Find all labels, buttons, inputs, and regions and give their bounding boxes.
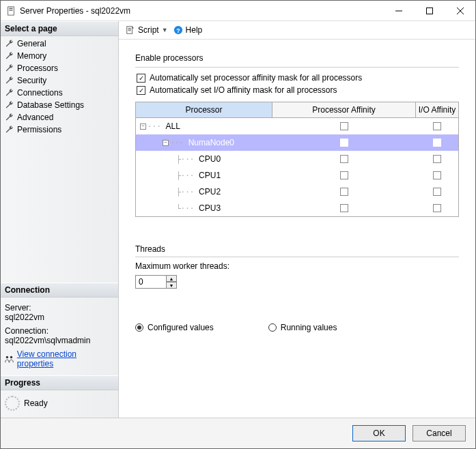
grid-row-cpu1[interactable]: ├··· CPU1 [136,167,458,184]
titlebar: Server Properties - sql2022vm [1,1,475,21]
svg-rect-9 [127,27,132,34]
page-advanced[interactable]: Advanced [1,111,118,124]
io-affinity-checkbox[interactable] [433,204,441,212]
io-affinity-checkbox[interactable] [433,188,441,196]
configured-values-radio[interactable]: Configured values [135,323,214,332]
server-properties-window: Server Properties - sql2022vm Select a p… [0,0,476,449]
io-affinity-checkbox[interactable] [433,139,441,147]
minimize-icon [395,8,402,14]
page-label: Database Settings [17,100,84,110]
page-connections[interactable]: Connections [1,87,118,99]
auto-io-affinity-checkbox[interactable]: ✓ [137,86,145,95]
proc-affinity-checkbox[interactable] [340,188,348,196]
svg-text:?: ? [176,27,180,34]
io-affinity-checkbox[interactable] [433,122,441,130]
auto-processor-affinity-row: ✓ Automatically set processor affinity m… [135,72,459,84]
close-icon [457,8,464,14]
values-radio-group: Configured values Running values [135,323,459,339]
divider [135,257,459,257]
select-page-header: Select a page [1,21,118,36]
script-label: Script [138,25,159,35]
page-label: General [17,39,46,48]
col-processor-affinity[interactable]: Processor Affinity [272,102,416,118]
page-label: Memory [17,51,46,61]
svg-rect-4 [426,8,432,14]
chevron-down-icon: ▼ [162,27,168,33]
page-label: Security [17,76,46,85]
page-label: Permissions [17,125,61,134]
row-label: ALL [166,121,180,131]
processor-grid: Processor Processor Affinity I/O Affinit… [135,102,459,217]
content-pane: Script ▼ ? Help Enable processors ✓ Auto… [119,21,475,418]
col-processor[interactable]: Processor [136,102,272,118]
wrench-icon [5,125,14,134]
io-affinity-checkbox[interactable] [433,155,441,163]
main-area: Select a page General Memory Processors … [1,21,475,418]
proc-affinity-checkbox[interactable] [340,204,348,212]
io-affinity-checkbox[interactable] [433,171,441,179]
help-label: Help [186,25,203,35]
page-label: Advanced [17,113,53,122]
wrench-icon [5,51,14,61]
cancel-button[interactable]: Cancel [412,425,466,441]
ok-label: OK [373,429,384,438]
grid-row-cpu3[interactable]: └··· CPU3 [136,200,458,216]
help-button[interactable]: ? Help [173,25,203,35]
wrench-icon [5,100,14,110]
page-security[interactable]: Security [1,74,118,87]
proc-affinity-checkbox[interactable] [340,155,348,163]
spinner-down-button[interactable]: ▼ [167,282,177,289]
progress-block: Ready [1,390,118,418]
page-memory[interactable]: Memory [1,50,118,62]
progress-header: Progress [1,375,118,390]
col-io-affinity[interactable]: I/O Affinity [416,102,458,118]
tree-collapse-icon[interactable]: − [140,124,146,130]
grid-header: Processor Processor Affinity I/O Affinit… [136,102,458,118]
script-icon [126,25,135,35]
view-connection-properties-link[interactable]: View connection properties [17,349,114,368]
max-worker-threads-input[interactable] [135,275,167,289]
cancel-label: Cancel [426,429,451,438]
spinner-up-button[interactable]: ▲ [167,275,177,282]
auto-processor-affinity-label: Automatically set processor affinity mas… [150,73,362,83]
window-controls [383,1,475,20]
maximize-button[interactable] [414,1,445,20]
divider [135,67,459,68]
max-worker-threads-spinner: ▲ ▼ [135,275,459,289]
page-permissions[interactable]: Permissions [1,124,118,136]
server-value: sql2022vm [5,313,114,322]
svg-point-8 [10,356,12,358]
close-button[interactable] [445,1,475,20]
grid-row-cpu2[interactable]: ├··· CPU2 [136,184,458,200]
proc-affinity-checkbox[interactable] [340,171,348,179]
threads-label: Threads [135,244,459,254]
auto-processor-affinity-checkbox[interactable]: ✓ [137,74,145,83]
page-general[interactable]: General [1,38,118,50]
minimize-button[interactable] [383,1,414,20]
page-processors[interactable]: Processors [1,62,118,74]
auto-io-affinity-row: ✓ Automatically set I/O affinity mask fo… [135,84,459,96]
grid-row-numa0[interactable]: − ··· NumaNode0 [136,134,458,151]
ok-button[interactable]: OK [352,425,406,441]
configured-values-label: Configured values [148,323,214,332]
page-database-settings[interactable]: Database Settings [1,99,118,111]
row-label: CPU0 [199,154,221,164]
proc-affinity-checkbox[interactable] [340,122,348,130]
script-button[interactable]: Script ▼ [126,25,168,35]
maximize-icon [426,8,433,14]
running-values-label: Running values [281,323,337,332]
svg-rect-1 [9,8,12,8]
progress-spinner-icon [5,396,20,411]
connection-header: Connection [1,283,118,298]
running-values-radio[interactable]: Running values [268,323,337,332]
threads-section: Threads Maximum worker threads: ▲ ▼ [135,240,459,289]
svg-rect-2 [9,10,12,10]
grid-row-all[interactable]: − ··· ALL [136,118,458,134]
proc-affinity-checkbox[interactable] [340,139,348,147]
tree-collapse-icon[interactable]: − [163,140,169,146]
grid-row-cpu0[interactable]: ├··· CPU0 [136,151,458,167]
row-label: CPU3 [199,203,221,213]
wrench-icon [5,88,14,98]
sidebar: Select a page General Memory Processors … [1,21,119,418]
processors-panel: Enable processors ✓ Automatically set pr… [119,40,475,418]
